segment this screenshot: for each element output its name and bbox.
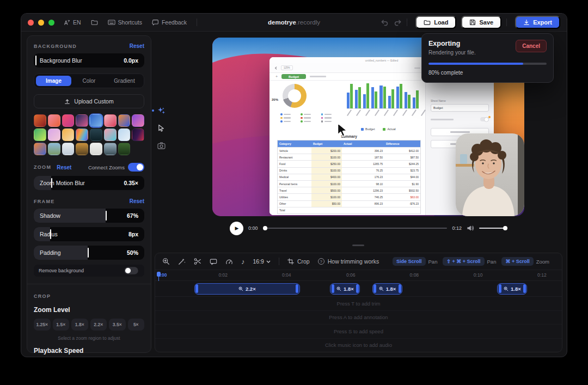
background-thumbnail[interactable] — [104, 114, 117, 127]
zoom-region[interactable]: 1.8× — [330, 283, 360, 295]
cursor-tool-button[interactable] — [157, 124, 166, 132]
background-thumbnail[interactable] — [104, 129, 117, 141]
redo-button[interactable] — [394, 19, 402, 26]
effects-tool-button[interactable] — [157, 106, 166, 115]
shortcuts-label: Shortcuts — [118, 19, 142, 26]
background-thumbnail[interactable] — [48, 129, 60, 141]
frame-slider[interactable]: Padding 50% — [34, 246, 144, 260]
frame-slider[interactable]: Radius 8px — [34, 227, 144, 241]
background-thumbnail[interactable] — [90, 143, 102, 155]
zoom-level-option[interactable]: 5× — [128, 319, 145, 331]
zoom-region[interactable]: 1.8× — [372, 283, 402, 295]
webcam-overlay[interactable] — [456, 133, 524, 216]
annotation-button[interactable] — [210, 258, 217, 265]
background-thumbnail[interactable] — [62, 129, 75, 141]
background-thumbnail[interactable] — [34, 143, 46, 155]
volume-slider[interactable] — [479, 228, 507, 229]
zoom-level-option[interactable]: 2.2× — [90, 319, 107, 331]
background-thumbnail[interactable] — [76, 143, 88, 155]
crop-icon — [287, 258, 294, 265]
track-row[interactable]: Click music icon to add audio — [155, 339, 562, 352]
play-button[interactable]: ▶ — [230, 222, 243, 235]
feedback-button[interactable]: Feedback — [152, 19, 187, 26]
legend-entry: Budget — [361, 127, 375, 131]
background-thumbnail[interactable] — [90, 129, 102, 141]
seek-bar[interactable] — [263, 228, 448, 229]
save-button[interactable]: Save — [461, 16, 501, 29]
camera-tool-button[interactable] — [157, 141, 166, 150]
slider-handle[interactable] — [35, 56, 36, 65]
load-button[interactable]: Load — [415, 16, 456, 29]
help-button[interactable]: ? How trimming works — [318, 258, 379, 265]
timeline-zoom-button[interactable] — [162, 258, 170, 265]
background-thumbnail[interactable] — [34, 114, 46, 127]
close-button[interactable] — [28, 20, 34, 26]
track-row[interactable]: Press T to add trim — [155, 297, 562, 311]
cancel-export-button[interactable]: Cancel — [516, 40, 547, 52]
aspect-ratio-dropdown[interactable]: 16:9 — [253, 258, 271, 265]
maximize-button[interactable] — [48, 20, 54, 26]
minimize-button[interactable] — [38, 20, 44, 26]
language-button[interactable]: EN — [63, 19, 81, 26]
background-thumbnail[interactable] — [118, 143, 131, 155]
track-hint-label: Press T to add trim — [337, 301, 381, 307]
legend-item — [280, 117, 296, 119]
zoom-region[interactable]: 1.8× — [497, 283, 527, 295]
background-thumbnail[interactable] — [104, 143, 117, 155]
background-tab[interactable]: Color — [71, 76, 107, 86]
background-thumbnail[interactable] — [48, 143, 60, 155]
crop-button[interactable]: Crop — [287, 258, 310, 265]
shortcuts-button[interactable]: Shortcuts — [108, 19, 142, 26]
track-row[interactable]: Press S to add speed — [155, 325, 562, 339]
export-button[interactable]: Export — [515, 16, 560, 29]
background-thumbnail[interactable] — [76, 129, 88, 141]
trim-button[interactable] — [194, 258, 201, 265]
background-reset-link[interactable]: Reset — [130, 43, 144, 49]
remove-background-toggle[interactable] — [124, 267, 138, 274]
frame-slider[interactable]: Shadow 67% — [34, 209, 144, 223]
speaker-icon — [467, 225, 474, 231]
zoom-level-option[interactable]: 1.25× — [34, 319, 51, 331]
slider-handle[interactable] — [88, 248, 89, 258]
slider-handle[interactable] — [106, 211, 107, 221]
background-thumbnail[interactable] — [132, 114, 144, 127]
zoom-level-option[interactable]: 1.5× — [53, 319, 70, 331]
background-thumbnail[interactable] — [132, 129, 144, 141]
recorded-cursor — [337, 123, 347, 138]
auto-edit-button[interactable] — [178, 258, 186, 265]
background-thumbnail[interactable] — [34, 129, 46, 141]
timeline-tracks: Press T to add trim Press A to add annot… — [155, 297, 562, 352]
export-progress-status: 80% complete — [428, 70, 547, 76]
magnifier-icon — [504, 286, 509, 291]
upload-custom-button[interactable]: Upload Custom — [34, 94, 144, 108]
background-thumbnail[interactable] — [48, 114, 60, 127]
background-thumbnail[interactable] — [62, 143, 75, 155]
volume-handle[interactable] — [503, 226, 507, 230]
project-folder-button[interactable] — [91, 19, 98, 26]
timeline-ruler[interactable]: 0:00 0:02 0:04 0:06 0:08 0:10 0:12 — [155, 270, 562, 281]
seek-handle[interactable] — [263, 226, 267, 230]
zoom-region[interactable]: 2.2× — [194, 283, 300, 295]
undo-button[interactable] — [381, 19, 389, 26]
panel-resize-handle[interactable] — [352, 245, 364, 246]
background-thumbnail[interactable] — [62, 114, 75, 127]
zoom-level-option[interactable]: 1.8× — [71, 319, 88, 331]
webcam-person — [456, 133, 524, 216]
background-thumbnail[interactable] — [118, 129, 131, 141]
time-tick: 0:02 — [218, 272, 228, 278]
connect-zooms-toggle[interactable] — [128, 163, 144, 172]
zoom-regions-track[interactable]: 2.2× 1.8× 1.8× 1.8× — [155, 281, 562, 297]
zoom-motion-blur-slider[interactable]: Zoom Motion Blur 0.35× — [34, 176, 144, 190]
background-tab[interactable]: Gradient — [107, 76, 142, 86]
background-tab[interactable]: Image — [36, 76, 71, 86]
speed-button[interactable] — [225, 258, 233, 265]
music-button[interactable]: ♪ — [241, 258, 245, 266]
background-thumbnail[interactable] — [76, 114, 88, 127]
frame-reset-link[interactable]: Reset — [130, 198, 144, 204]
zoom-reset-link[interactable]: Reset — [57, 164, 71, 170]
zoom-level-option[interactable]: 3.5× — [109, 319, 126, 331]
background-blur-slider[interactable]: Background Blur 0.0px — [34, 53, 144, 68]
background-thumbnail[interactable] — [90, 114, 102, 127]
background-thumbnail[interactable] — [118, 114, 131, 127]
track-row[interactable]: Press A to add annotation — [155, 311, 562, 325]
